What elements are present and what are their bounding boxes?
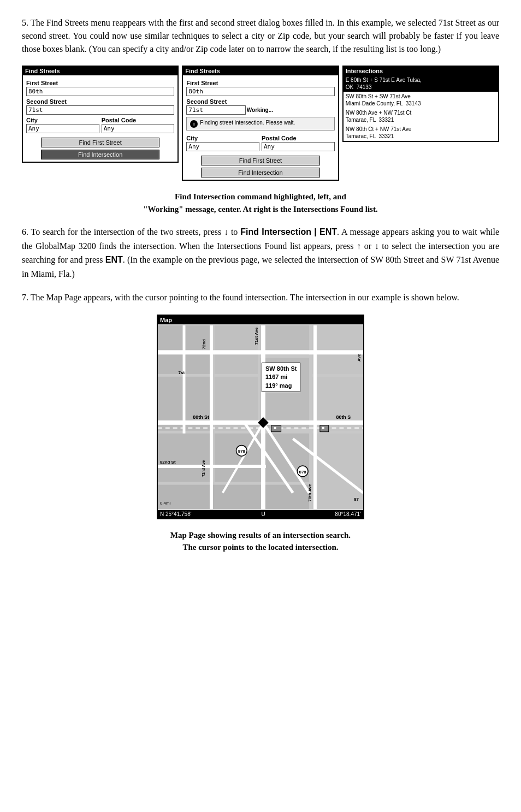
screen-left-city-value: Any (26, 124, 99, 133)
screen-center-titlebar: Find Streets (183, 67, 338, 75)
svg-rect-4 (215, 325, 258, 374)
svg-text:72nd: 72nd (202, 339, 206, 349)
svg-rect-8 (312, 325, 363, 374)
screen-left-first-label: First Street (26, 80, 174, 86)
intersection-item-3[interactable]: NW 80th Ct + NW 71st AveTamarac, FL 3332… (344, 125, 498, 141)
svg-text:87: 87 (354, 497, 359, 502)
screen-left-postal-label: Postal Code (102, 117, 175, 123)
screen-center-btn2[interactable]: Find Intersection (201, 168, 319, 177)
svg-text:0.4mi: 0.4mi (160, 501, 171, 506)
intersection-item-2[interactable]: NW 80th Ave + NW 71st CtTamarac, FL 3332… (344, 108, 498, 125)
map-area: 72nd 71st Ave Ave 70th Ave 80th St 80th … (158, 324, 363, 510)
svg-rect-11 (158, 485, 309, 509)
intersection-item-0[interactable]: E 80th St + S 71st E Ave Tulsa,OK 74133 (344, 75, 498, 92)
svg-text:7st: 7st (179, 370, 185, 375)
screen-center-postal-value: Any (262, 142, 335, 151)
paragraph-3: 7. The Map Page appears, with the cursor… (22, 291, 499, 305)
screen-center-working: Working... (247, 107, 273, 113)
svg-rect-19 (210, 325, 213, 509)
map-box: Map (157, 315, 364, 519)
screen-left-btn1[interactable]: Find First Street (41, 138, 159, 147)
map-container: Map (22, 315, 499, 519)
map-coords: N 25°41.758' U 80°18.471' (158, 510, 363, 518)
intersection-item-1[interactable]: SW 80th St + SW 71st AveMiami-Dade Count… (344, 92, 498, 108)
caption-2: Map Page showing results of an intersect… (22, 529, 499, 554)
screen-left-first-value: 80th (26, 87, 174, 96)
screen-left-btn2[interactable]: Find Intersection (41, 150, 159, 159)
svg-text:80th S: 80th S (336, 414, 351, 420)
svg-rect-27 (274, 427, 276, 429)
map-title: Map (158, 316, 363, 324)
screenshots-row: Find Streets First Street 80th Second St… (22, 66, 499, 181)
working-popup: i Finding street intersection. Please wa… (186, 117, 334, 131)
screen-right: Intersections E 80th St + S 71st E Ave T… (342, 66, 499, 142)
svg-text:70th Ave: 70th Ave (307, 484, 312, 502)
svg-rect-18 (313, 325, 317, 509)
svg-text:72nd Ave: 72nd Ave (202, 460, 205, 477)
caption-1: Find Intersection command highlighted, l… (22, 191, 499, 215)
screen-center-city-label: City (186, 135, 259, 141)
svg-text:878: 878 (238, 449, 246, 454)
screen-left: Find Streets First Street 80th Second St… (22, 66, 179, 163)
svg-text:80th St: 80th St (193, 414, 209, 420)
map-info-box: SW 80th St 1167 mi 119° mag (262, 363, 300, 392)
svg-rect-20 (183, 325, 186, 434)
popup-text: Finding street intersection. Please wait… (200, 120, 295, 126)
svg-text:878: 878 (299, 470, 307, 475)
svg-rect-28 (320, 425, 329, 432)
screen-center-btn1[interactable]: Find First Street (201, 156, 319, 165)
screen-left-postal-value: Any (102, 124, 175, 133)
screen-left-second-value: 71st (26, 105, 174, 115)
screen-left-city-label: City (26, 117, 99, 123)
coords-right: 80°18.471' (335, 511, 361, 517)
screen-left-titlebar: Find Streets (23, 67, 177, 75)
info-line1: SW 80th St (265, 365, 297, 373)
map-roads-svg: 72nd 71st Ave Ave 70th Ave 80th St 80th … (158, 324, 363, 510)
coords-left: N 25°41.758' (160, 511, 192, 517)
screen-center: Find Streets First Street 80th Second St… (182, 66, 339, 181)
screen-center-first-label: First Street (186, 80, 334, 86)
screen-center-first-value: 80th (186, 87, 334, 96)
screen-center-postal-label: Postal Code (262, 135, 335, 141)
info-line2: 1167 mi (265, 373, 297, 381)
info-icon: i (190, 120, 198, 128)
screen-center-second-value: 71st (186, 105, 246, 115)
svg-text:Ave: Ave (357, 353, 362, 361)
svg-text:71st Ave: 71st Ave (254, 327, 259, 345)
info-line3: 119° mag (265, 382, 297, 390)
svg-rect-13 (158, 350, 363, 354)
svg-rect-29 (322, 427, 324, 429)
coords-mid: U (261, 511, 265, 517)
screen-center-city-value: Any (186, 142, 259, 151)
screen-center-second-label: Second Street (186, 98, 334, 105)
svg-text:82nd St: 82nd St (160, 460, 176, 465)
paragraph-2: 6. To search for the intersection of the… (22, 225, 499, 281)
paragraph-1: 5. The Find Streets menu reappears with … (22, 16, 499, 56)
screen-right-titlebar: Intersections (344, 67, 498, 75)
svg-rect-17 (261, 325, 265, 509)
screen-left-second-label: Second Street (26, 98, 174, 105)
